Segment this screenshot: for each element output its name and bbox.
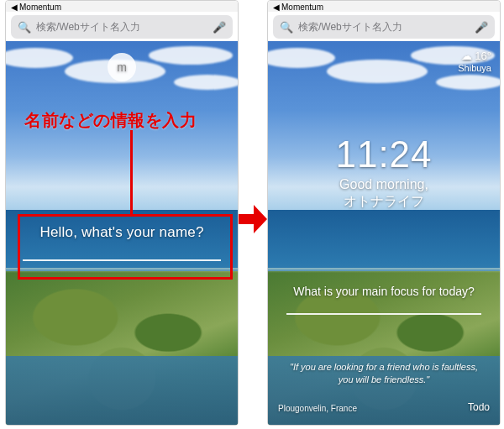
user-name: オトナライフ xyxy=(268,193,500,211)
name-prompt: Hello, what's your name? xyxy=(19,224,224,261)
address-search-bar[interactable]: 🔍 検索/Webサイト名入力 🎤 xyxy=(273,15,495,39)
back-chevron-icon: ◀ xyxy=(11,3,18,12)
weather-icon: ☁ xyxy=(461,50,472,62)
back-chevron-icon: ◀ xyxy=(273,3,280,12)
focus-question: What is your main focus for today? xyxy=(283,285,485,298)
focus-block: What is your main focus for today? xyxy=(283,285,485,315)
momentum-logo-icon: m xyxy=(108,53,136,81)
mic-icon[interactable]: 🎤 xyxy=(213,21,226,34)
clock-time: 11:24 xyxy=(268,133,500,175)
daily-quote: "If you are looking for a friend who is … xyxy=(285,361,483,386)
back-to-app-link[interactable]: ◀Momentum xyxy=(6,1,238,12)
search-icon: 🔍 xyxy=(18,21,31,34)
annotation-label: 名前などの情報を入力 xyxy=(24,109,197,132)
focus-input[interactable] xyxy=(286,313,481,315)
phone-left: ◀Momentum 🔍 検索/Webサイト名入力 🎤 m Hello, what… xyxy=(5,0,239,426)
todo-button[interactable]: Todo xyxy=(468,401,490,413)
arrow-right-icon xyxy=(239,205,267,233)
weather-location: Shibuya xyxy=(458,63,491,74)
phone-right: ◀Momentum 🔍 検索/Webサイト名入力 🎤 ☁16° Shibuya … xyxy=(267,0,501,426)
back-to-app-link[interactable]: ◀Momentum xyxy=(268,1,500,12)
annotation-connector xyxy=(130,130,133,214)
back-app-label: Momentum xyxy=(281,3,323,12)
wallpaper: ☁16° Shibuya 11:24 Good morning, オトナライフ … xyxy=(268,41,500,425)
weather-widget[interactable]: ☁16° Shibuya xyxy=(458,50,491,74)
comparison-stage: ◀Momentum 🔍 検索/Webサイト名入力 🎤 m Hello, what… xyxy=(0,0,504,429)
address-search-bar[interactable]: 🔍 検索/Webサイト名入力 🎤 xyxy=(11,15,233,39)
photo-location: Plougonvelin, France xyxy=(278,404,357,413)
back-app-label: Momentum xyxy=(19,3,61,12)
mic-icon[interactable]: 🎤 xyxy=(475,21,488,34)
greeting-text: Good morning, xyxy=(268,177,500,192)
name-input[interactable] xyxy=(23,259,221,261)
weather-temp: 16° xyxy=(475,50,491,62)
search-placeholder: 検索/Webサイト名入力 xyxy=(298,20,470,34)
search-icon: 🔍 xyxy=(280,21,293,34)
clock-block: 11:24 Good morning, オトナライフ xyxy=(268,133,500,211)
search-placeholder: 検索/Webサイト名入力 xyxy=(36,20,207,34)
name-prompt-text: Hello, what's your name? xyxy=(19,224,224,241)
wallpaper: m Hello, what's your name? xyxy=(6,41,238,425)
